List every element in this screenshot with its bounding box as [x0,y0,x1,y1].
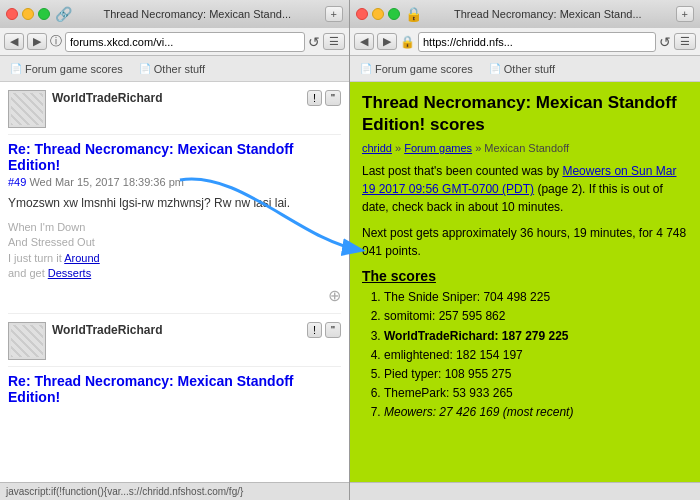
post1-title[interactable]: Re: Thread Necromancy: Mexican Standoff … [8,141,341,173]
post1-number: #49 [8,176,26,188]
scroll-indicator: ⊕ [8,286,341,305]
scores-list: The Snide Sniper: 704 498 225 somitomi: … [362,288,688,422]
left-address-bar: ◀ ▶ ⓘ ↺ ☰ [0,28,349,56]
post1-flag-button[interactable]: ! [307,90,322,106]
scores-heading: The scores [362,268,688,284]
right-browser-window: 🔒 Thread Necromancy: Mexican Stand... + … [350,0,700,500]
info-box-2: Next post gets approximately 36 hours, 1… [362,224,688,260]
score-item-4: emlightened: 182 154 197 [384,346,688,365]
right-content: Thread Necromancy: Mexican Standoff Edit… [350,82,700,482]
post2-flag-button[interactable]: ! [307,322,322,338]
minimize-button[interactable] [22,8,34,20]
right-status-bar [350,482,700,500]
avatar-1 [8,90,46,128]
around-link[interactable]: Around [64,252,99,264]
breadcrumb-sep1: » [395,142,404,154]
bookmark-forum-scores-right[interactable]: 📄 Forum game scores [356,61,477,77]
post2: WorldTradeRichard ! " Re: Thread Necroma… [8,313,341,405]
close-button[interactable] [6,8,18,20]
post2-quote-button[interactable]: " [325,322,341,338]
post2-username[interactable]: WorldTradeRichard [52,323,162,337]
menu-button-left[interactable]: ☰ [323,33,345,50]
left-status-bar: javascript:if(!function(){var...s://chri… [0,482,349,500]
last-poster-link[interactable]: Meowers on Sun Mar 19 2017 09:56 GMT-070… [362,164,676,196]
left-title-bar: 🔗 Thread Necromancy: Mexican Stand... + [0,0,349,28]
post1-meta: #49 Wed Mar 15, 2017 18:39:36 pm [8,176,341,188]
post1-quote-button[interactable]: " [325,90,341,106]
post1-signature: When I'm Down And Stressed Out I just tu… [8,220,341,282]
back-button[interactable]: ◀ [4,33,24,50]
new-tab-button[interactable]: + [325,6,343,22]
post2-title[interactable]: Re: Thread Necromancy: Mexican Standoff … [8,373,341,405]
right-bookmarks-bar: 📄 Forum game scores 📄 Other stuff [350,56,700,82]
right-title-bar: 🔒 Thread Necromancy: Mexican Stand... + [350,0,700,28]
left-browser-window: 🔗 Thread Necromancy: Mexican Stand... + … [0,0,350,500]
post1-username[interactable]: WorldTradeRichard [52,91,162,105]
bookmark-icon-right2: 📄 [489,63,501,74]
maximize-button[interactable] [38,8,50,20]
avatar-image-2 [11,325,43,357]
right-close-button[interactable] [356,8,368,20]
score-item-2: somitomi: 257 595 862 [384,307,688,326]
desserts-link[interactable]: Desserts [48,267,91,279]
post2-actions: ! " [307,322,341,338]
forward-button[interactable]: ▶ [27,33,47,50]
breadcrumb-link-chridd[interactable]: chridd [362,142,392,154]
right-forward-button[interactable]: ▶ [377,33,397,50]
post1-actions: ! " [307,90,341,106]
left-bookmarks-bar: 📄 Forum game scores 📄 Other stuff [0,56,349,82]
address-input-left[interactable] [65,32,305,52]
score-item-3: WorldTradeRichard: 187 279 225 [384,327,688,346]
right-back-button[interactable]: ◀ [354,33,374,50]
menu-button-right[interactable]: ☰ [674,33,696,50]
post1-header: WorldTradeRichard ! " [8,90,341,135]
score-item-1: The Snide Sniper: 704 498 225 [384,288,688,307]
info-box-1: Last post that's been counted was by Meo… [362,162,688,216]
bookmark-icon-right1: 📄 [360,63,372,74]
page-title: Thread Necromancy: Mexican Standoff Edit… [362,92,688,136]
bookmark-forum-scores-left[interactable]: 📄 Forum game scores [6,61,127,77]
right-traffic-lights [356,8,400,20]
breadcrumb-sep2: » [475,142,484,154]
left-content: WorldTradeRichard ! " Re: Thread Necroma… [0,82,349,482]
post1-body: Ymozswn xw lmsnhi lgsi-rw mzhwnsj? Rw nw… [8,194,341,212]
address-input-right[interactable] [418,32,656,52]
score-item-6: ThemePark: 53 933 265 [384,384,688,403]
traffic-lights [6,8,50,20]
right-maximize-button[interactable] [388,8,400,20]
refresh-button-left[interactable]: ↺ [308,34,320,50]
right-minimize-button[interactable] [372,8,384,20]
breadcrumb-link-forum-games[interactable]: Forum games [404,142,472,154]
bookmark-other-stuff-left[interactable]: 📄 Other stuff [135,61,209,77]
refresh-button-right[interactable]: ↺ [659,34,671,50]
right-window-title: Thread Necromancy: Mexican Stand... [425,8,671,20]
left-window-title: Thread Necromancy: Mexican Stand... [75,8,320,20]
right-new-tab-button[interactable]: + [676,6,694,22]
avatar-2 [8,322,46,360]
bookmark-icon-left2: 📄 [139,63,151,74]
bookmark-other-stuff-right[interactable]: 📄 Other stuff [485,61,559,77]
score-item-7: Meowers: 27 426 169 (most recent) [384,403,688,422]
score-item-5: Pied typer: 108 955 275 [384,365,688,384]
avatar-image-1 [11,93,43,125]
post2-header: WorldTradeRichard ! " [8,322,341,367]
breadcrumb: chridd » Forum games » Mexican Standoff [362,142,688,154]
right-address-bar: ◀ ▶ 🔒 ↺ ☰ [350,28,700,56]
bookmark-icon-left1: 📄 [10,63,22,74]
breadcrumb-current: Mexican Standoff [484,142,569,154]
